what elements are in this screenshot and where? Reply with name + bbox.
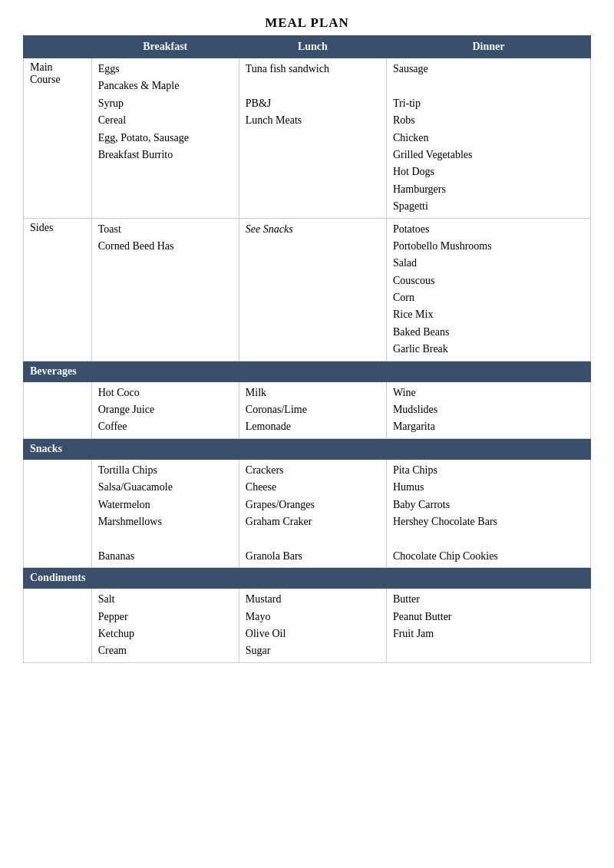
snacks-lunch-content: CrackersCheeseGrapes/OrangesGraham Crake… (246, 462, 380, 565)
col-header-dinner: Dinner (386, 36, 590, 58)
condiments-breakfast: SaltPepperKetchupCream (91, 589, 239, 663)
col-header-empty (24, 36, 92, 58)
page: MEAL PLAN Breakfast Lunch Dinner Main Co… (0, 0, 614, 868)
main-course-lunch-content: Tuna fish sandwichPB&JLunch Meats (246, 61, 380, 130)
snacks-header-row: Snacks (24, 438, 591, 459)
condiments-lunch-content: MustardMayoOlive OilSugar (246, 591, 380, 660)
main-course-lunch: Tuna fish sandwichPB&JLunch Meats (239, 58, 386, 219)
beverages-header-row: Beverages (24, 361, 591, 381)
snacks-lunch: CrackersCheeseGrapes/OrangesGraham Crake… (239, 459, 386, 567)
condiments-empty (24, 589, 92, 663)
snacks-empty (24, 459, 92, 567)
beverages-dinner-content: WineMudslidesMargarita (393, 384, 584, 436)
beverages-lunch: MilkCoronas/LimeLemonade (239, 381, 386, 438)
main-course-breakfast-content: EggsPancakes & MapleSyrupCerealEgg, Pota… (98, 61, 233, 163)
main-course-breakfast: EggsPancakes & MapleSyrupCerealEgg, Pota… (91, 58, 239, 219)
condiments-lunch: MustardMayoOlive OilSugar (239, 589, 386, 663)
beverages-dinner: WineMudslidesMargarita (386, 381, 590, 438)
condiments-breakfast-content: SaltPepperKetchupCream (98, 591, 233, 660)
beverages-header: Beverages (24, 361, 591, 381)
main-course-label: Main Course (24, 58, 92, 219)
col-header-lunch: Lunch (239, 36, 386, 58)
snacks-dinner: Pita ChipsHumusBaby CarrotsHershey Choco… (386, 459, 590, 567)
condiments-dinner: ButterPeanut ButterFruit Jam (386, 589, 590, 663)
page-title: MEAL PLAN (23, 15, 591, 31)
snacks-row: Tortilla ChipsSalsa/GuacamoleWatermelonM… (24, 459, 591, 567)
snacks-breakfast: Tortilla ChipsSalsa/GuacamoleWatermelonM… (91, 459, 239, 567)
sides-lunch: See Snacks (239, 218, 386, 361)
beverages-breakfast: Hot CocoOrange JuiceCoffee (91, 381, 239, 438)
meal-plan-table: Breakfast Lunch Dinner Main Course EggsP… (23, 35, 591, 663)
snacks-breakfast-content: Tortilla ChipsSalsa/GuacamoleWatermelonM… (98, 462, 233, 565)
main-course-row: Main Course EggsPancakes & MapleSyrupCer… (24, 58, 591, 219)
sides-breakfast-content: ToastCorned Beed Has (98, 221, 233, 256)
sides-dinner-content: PotatoesPortobello MushroomsSaladCouscou… (393, 221, 584, 358)
main-course-dinner-content: SausageTri-tipRobsChickenGrilled Vegetab… (393, 61, 584, 216)
beverages-row: Hot CocoOrange JuiceCoffee MilkCoronas/L… (24, 381, 591, 438)
beverages-empty (24, 381, 92, 438)
sides-dinner: PotatoesPortobello MushroomsSaladCouscou… (386, 218, 590, 361)
condiments-header: Condiments (24, 568, 591, 589)
condiments-header-row: Condiments (24, 568, 591, 589)
sides-row: Sides ToastCorned Beed Has See Snacks Po… (24, 218, 591, 361)
snacks-header: Snacks (24, 438, 591, 459)
sides-label: Sides (24, 218, 92, 361)
main-course-dinner: SausageTri-tipRobsChickenGrilled Vegetab… (386, 58, 590, 219)
sides-lunch-content: See Snacks (246, 221, 380, 238)
condiments-dinner-content: ButterPeanut ButterFruit Jam (393, 591, 584, 642)
beverages-lunch-content: MilkCoronas/LimeLemonade (246, 384, 380, 436)
sides-breakfast: ToastCorned Beed Has (91, 218, 239, 361)
col-header-breakfast: Breakfast (91, 36, 239, 58)
beverages-breakfast-content: Hot CocoOrange JuiceCoffee (98, 384, 233, 436)
condiments-row: SaltPepperKetchupCream MustardMayoOlive … (24, 589, 591, 663)
snacks-dinner-content: Pita ChipsHumusBaby CarrotsHershey Choco… (393, 462, 584, 565)
